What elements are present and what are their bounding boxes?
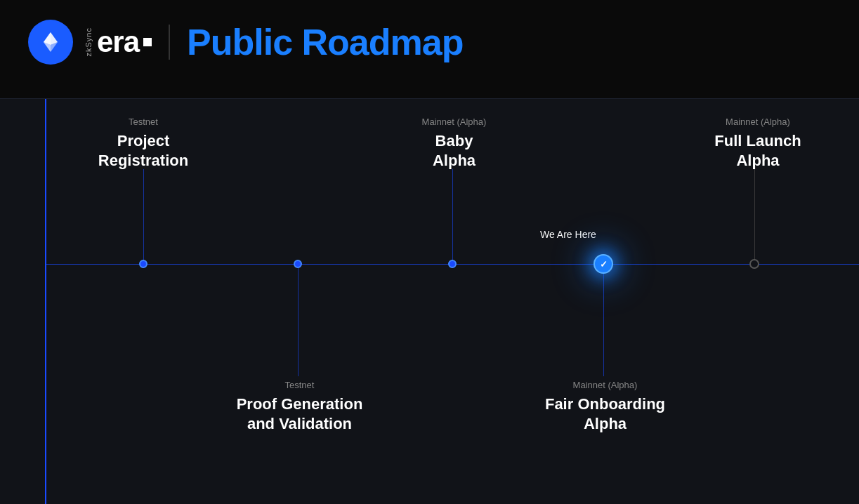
label-fair-onboarding: Mainnet (Alpha) Fair OnboardingAlpha xyxy=(544,380,667,433)
dot-fair-onboarding-current: ✓ xyxy=(594,254,613,274)
label-proof-gen: Testnet Proof Generationand Validation xyxy=(235,380,365,433)
header: zkSync era Public Roadmap xyxy=(0,0,859,84)
page-title: Public Roadmap xyxy=(187,21,463,63)
brand-square xyxy=(143,38,152,46)
brand-logo: zkSync era xyxy=(84,27,152,57)
dot-full-launch xyxy=(749,259,759,269)
stem-project-reg xyxy=(143,169,144,264)
header-divider xyxy=(169,25,170,60)
stem-proof-gen xyxy=(298,264,299,376)
timeline-area: Testnet ProjectRegistration Testnet Proo… xyxy=(45,99,859,504)
zksync-label: zkSync xyxy=(84,27,93,56)
label-project-reg: Testnet ProjectRegistration xyxy=(80,117,206,170)
label-baby-alpha: Mainnet (Alpha) BabyAlpha xyxy=(400,117,509,170)
eth-logo xyxy=(28,20,73,65)
label-full-launch: Mainnet (Alpha) Full LaunchAlpha xyxy=(702,117,814,170)
dot-project-reg xyxy=(139,260,147,268)
dot-baby-alpha xyxy=(448,260,457,268)
main-content: Testnet ProjectRegistration Testnet Proo… xyxy=(0,98,859,504)
we-are-here-label: We Are Here xyxy=(540,229,596,240)
era-label: era xyxy=(97,27,139,57)
stem-full-launch xyxy=(754,169,755,264)
stem-fair-onboarding xyxy=(603,264,604,376)
check-icon: ✓ xyxy=(600,259,608,270)
dot-proof-gen xyxy=(294,260,302,268)
stem-baby-alpha xyxy=(452,169,453,264)
